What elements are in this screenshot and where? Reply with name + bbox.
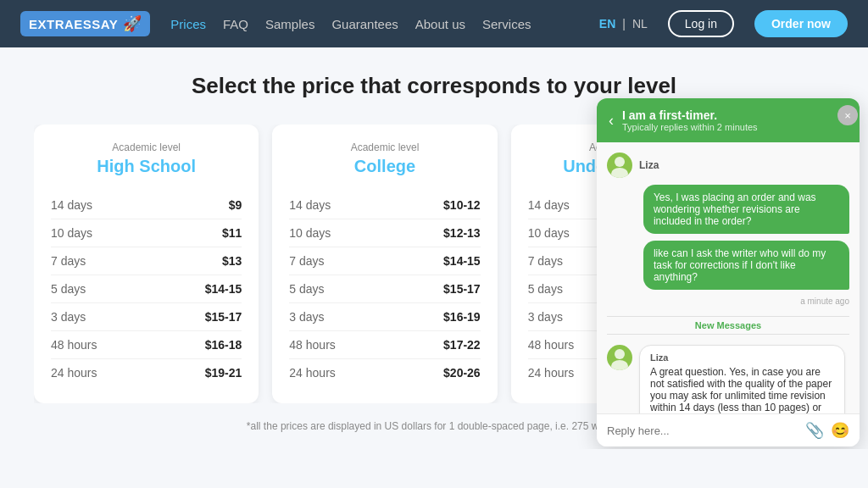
price-row: 5 days$15-17 [289, 275, 480, 303]
chat-input[interactable] [607, 424, 798, 437]
card-level-hs: High School [51, 157, 242, 176]
agent-avatar [607, 152, 632, 178]
card-label-col: Academic level [289, 141, 480, 153]
logo-text: EXTRAESSAY [29, 17, 118, 31]
price-row: 48 hours$17-22 [289, 331, 480, 359]
price-row: 3 days$16-19 [289, 303, 480, 331]
card-highschool: Academic level High School 14 days$9 10 … [34, 125, 259, 403]
chat-agent-row: Liza [607, 152, 849, 178]
chat-close-button[interactable]: × [837, 105, 858, 125]
chat-back-icon[interactable]: ‹ [609, 112, 614, 130]
nav-faq[interactable]: FAQ [223, 17, 248, 31]
agent-reply-text: A great question. Yes, in case you are n… [650, 366, 832, 413]
logo[interactable]: EXTRAESSAY 🚀 [20, 11, 150, 36]
rocket-icon: 🚀 [123, 14, 142, 33]
order-button[interactable]: Order now [754, 10, 848, 37]
nav-about[interactable]: About us [415, 17, 465, 31]
price-row: 7 days$14-15 [289, 247, 480, 275]
user-message-2: like can I ask the writer who will do my… [643, 241, 849, 290]
svg-point-3 [611, 360, 628, 370]
chat-input-row: 📎 😊 [597, 413, 860, 446]
price-row: 3 days$15-17 [51, 303, 242, 331]
chat-body: Liza Yes, I was placing an order and was… [597, 142, 860, 413]
chat-header: ‹ I am a first-timer. Typically replies … [597, 98, 860, 142]
price-row: 14 days$9 [51, 191, 242, 219]
lang-en[interactable]: EN [599, 17, 615, 30]
price-row: 10 days$12-13 [289, 219, 480, 247]
agent-name-reply: Liza [650, 352, 834, 363]
attachment-icon[interactable]: 📎 [805, 421, 824, 440]
login-button[interactable]: Log in [668, 10, 734, 37]
nav-samples[interactable]: Samples [265, 17, 314, 31]
svg-point-0 [615, 157, 625, 167]
card-label-hs: Academic level [51, 141, 242, 153]
nav-links: Prices FAQ Samples Guarantees About us S… [170, 17, 579, 31]
card-level-col: College [289, 157, 480, 176]
agent-name: Liza [639, 159, 659, 171]
price-row: 7 days$13 [51, 247, 242, 275]
price-row: 48 hours$16-18 [51, 331, 242, 359]
user-message-1: Yes, I was placing an order and was wond… [643, 185, 849, 234]
agent-message: Liza A great question. Yes, in case you … [639, 345, 845, 413]
page-title: Select the price that corresponds to you… [34, 73, 834, 99]
svg-point-2 [615, 349, 625, 359]
price-row: 14 days$10-12 [289, 191, 480, 219]
price-row: 24 hours$20-26 [289, 359, 480, 386]
nav-guarantees[interactable]: Guarantees [331, 17, 398, 31]
new-messages-divider: New Messages [607, 316, 849, 335]
chat-widget: ‹ I am a first-timer. Typically replies … [597, 98, 860, 446]
lang-nl[interactable]: NL [632, 17, 648, 30]
chat-header-sub: Typically replies within 2 minutes [622, 122, 848, 132]
card-college: Academic level College 14 days$10-12 10 … [272, 125, 497, 403]
chat-header-title: I am a first-timer. [622, 108, 848, 122]
price-row: 24 hours$19-21 [51, 359, 242, 386]
svg-point-1 [611, 168, 628, 178]
message-time: a minute ago [800, 297, 849, 306]
lang-switcher: EN | NL [599, 17, 648, 30]
lang-separator: | [622, 17, 626, 30]
nav-services[interactable]: Services [482, 17, 531, 31]
price-row: 10 days$11 [51, 219, 242, 247]
emoji-icon[interactable]: 😊 [831, 421, 849, 440]
agent-reply-row: Liza A great question. Yes, in case you … [607, 345, 849, 413]
agent-avatar-reply [607, 345, 632, 370]
main-content: Select the price that corresponds to you… [0, 47, 868, 449]
price-row: 5 days$14-15 [51, 275, 242, 303]
chat-header-text: I am a first-timer. Typically replies wi… [622, 108, 848, 132]
nav-prices[interactable]: Prices [170, 17, 206, 31]
navbar: EXTRAESSAY 🚀 Prices FAQ Samples Guarante… [0, 0, 868, 47]
